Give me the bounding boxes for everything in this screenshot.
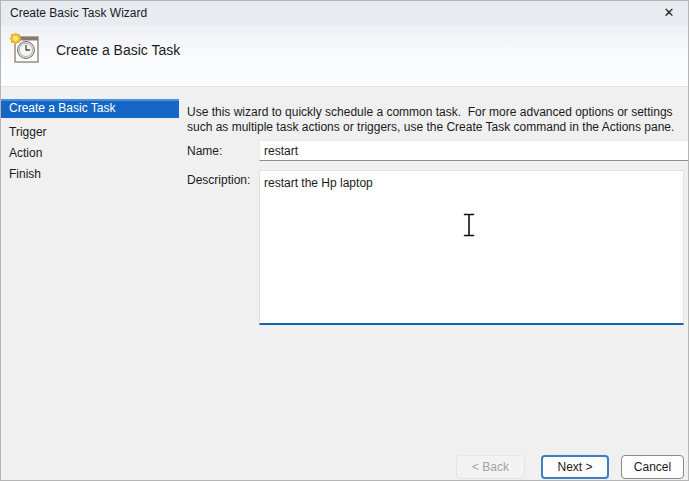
sidebar-item-finish[interactable]: Finish bbox=[1, 166, 179, 182]
sidebar-item-label: Action bbox=[9, 146, 42, 160]
close-icon[interactable]: ✕ bbox=[656, 1, 682, 25]
window-title: Create Basic Task Wizard bbox=[10, 1, 147, 25]
sidebar-item-trigger[interactable]: Trigger bbox=[1, 124, 179, 140]
wizard-intro-text: Use this wizard to quickly schedule a co… bbox=[187, 105, 685, 135]
name-input[interactable] bbox=[259, 140, 689, 161]
sidebar-item-create-basic-task[interactable]: Create a Basic Task bbox=[1, 99, 179, 118]
description-textarea[interactable]: restart the Hp laptop bbox=[259, 170, 684, 325]
page-title: Create a Basic Task bbox=[56, 42, 180, 58]
create-basic-task-wizard-dialog: Create Basic Task Wizard ✕ Create a Basi… bbox=[0, 0, 689, 481]
sidebar-item-label: Trigger bbox=[9, 125, 47, 139]
sidebar-item-action[interactable]: Action bbox=[1, 145, 179, 161]
name-label: Name: bbox=[187, 144, 222, 158]
titlebar[interactable]: Create Basic Task Wizard ✕ bbox=[1, 1, 689, 25]
cancel-button[interactable]: Cancel bbox=[621, 455, 684, 479]
wizard-header: Create a Basic Task bbox=[1, 25, 689, 87]
description-label: Description: bbox=[187, 173, 250, 187]
next-button[interactable]: Next > bbox=[541, 455, 609, 479]
sidebar-item-label: Finish bbox=[9, 167, 41, 181]
sidebar-item-label: Create a Basic Task bbox=[9, 101, 116, 115]
back-button[interactable]: < Back bbox=[456, 455, 525, 479]
task-scheduler-wizard-icon bbox=[9, 32, 41, 64]
